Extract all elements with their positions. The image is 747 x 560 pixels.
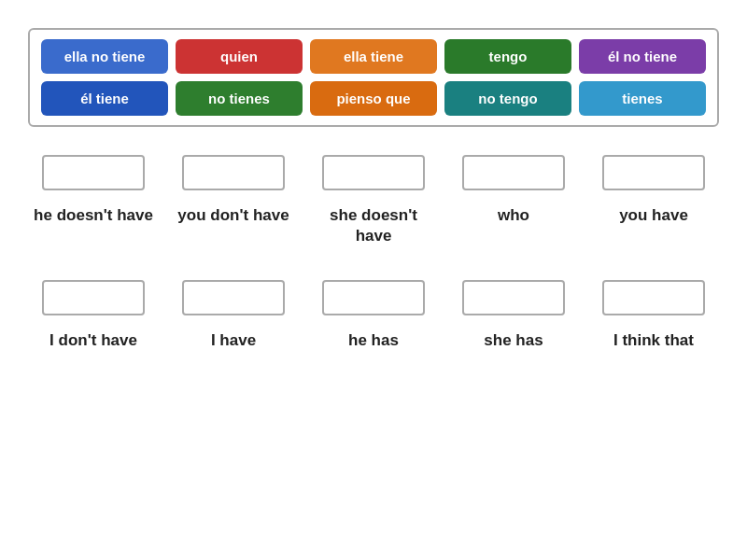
row1-labels: he doesn't haveyou don't haveshe doesn't… [28,205,719,261]
word-tile-t5[interactable]: él no tiene [579,39,706,74]
drop-box-row2-4[interactable] [602,280,705,315]
word-tile-t8[interactable]: pienso que [310,81,437,116]
row1-label-4: you have [588,205,719,261]
drop-box-row1-3[interactable] [462,155,565,190]
word-tile-t10[interactable]: tienes [579,81,706,116]
drop-box-row1-0[interactable] [42,155,145,190]
row2-label-2: he has [308,330,439,386]
row1-label-0: he doesn't have [28,205,159,261]
row2-label-0: I don't have [28,330,159,386]
row2-label-3: she has [448,330,579,386]
row2-labels: I don't haveI havehe hasshe hasI think t… [28,330,719,386]
drop-box-row1-2[interactable] [322,155,425,190]
word-tile-t9[interactable]: no tengo [444,81,571,116]
drop-box-row2-0[interactable] [42,280,145,315]
answer-section: he doesn't haveyou don't haveshe doesn't… [28,155,719,405]
row1-label-2: she doesn't have [308,205,439,261]
row1-label-3: who [448,205,579,261]
row2-drop-boxes [28,280,719,323]
word-tile-t6[interactable]: él tiene [41,81,168,116]
drop-box-row1-1[interactable] [182,155,285,190]
word-tile-t2[interactable]: quien [176,39,303,74]
word-tile-t4[interactable]: tengo [444,39,571,74]
drop-box-row2-3[interactable] [462,280,565,315]
word-tile-t1[interactable]: ella no tiene [41,39,168,74]
row2-label-4: I think that [588,330,719,386]
word-tile-t3[interactable]: ella tiene [310,39,437,74]
row1-drop-boxes [28,155,719,198]
word-tile-t7[interactable]: no tienes [176,81,303,116]
row1-label-1: you don't have [168,205,299,261]
word-bank: ella no tienequienella tienetengoél no t… [28,28,719,127]
drop-box-row2-1[interactable] [182,280,285,315]
drop-box-row1-4[interactable] [602,155,705,190]
row2-label-1: I have [168,330,299,386]
drop-box-row2-2[interactable] [322,280,425,315]
